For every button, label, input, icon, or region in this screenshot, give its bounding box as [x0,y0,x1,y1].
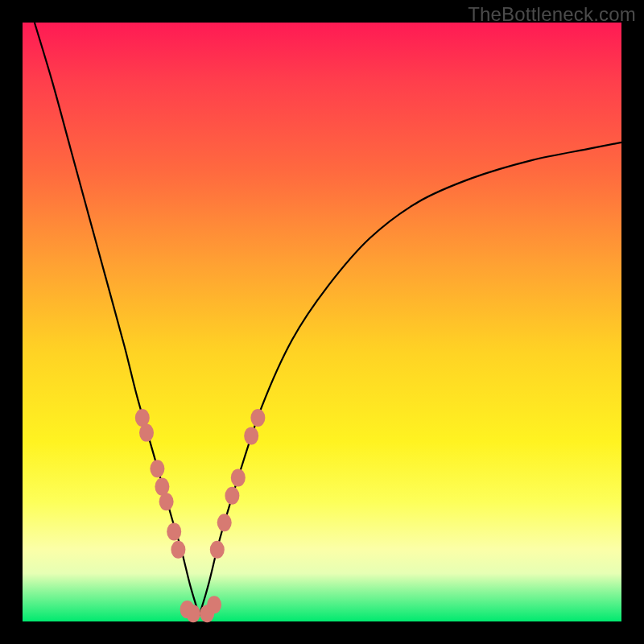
data-point [217,514,232,531]
data-point [139,424,154,442]
right-curve [200,142,622,616]
chart-svg [23,23,621,621]
data-point [167,522,181,540]
data-point [150,460,164,477]
data-point [159,493,174,510]
data-point [244,427,258,444]
data-points [135,409,266,622]
outer-frame: TheBottleneck.com [0,0,644,644]
data-point [171,541,185,559]
data-point [210,541,225,559]
data-point [207,596,221,613]
plot-area [23,23,621,621]
data-point [250,409,265,427]
data-point [186,605,200,622]
data-point [225,487,239,505]
data-point [231,469,246,486]
